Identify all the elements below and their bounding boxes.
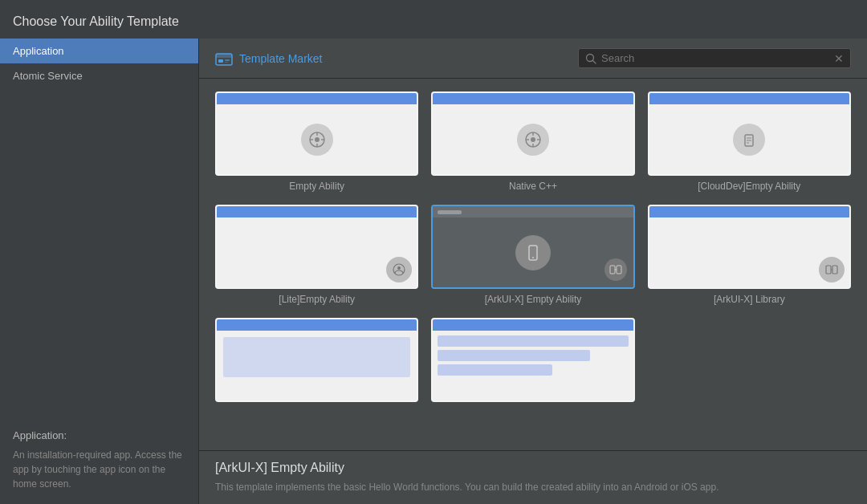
selected-ability-title: [ArkUI-X] Empty Ability <box>215 461 851 475</box>
svg-point-26 <box>532 257 534 258</box>
sidebar-description: Application: An installation-required ap… <box>0 415 198 505</box>
svg-rect-4 <box>225 62 228 63</box>
search-input[interactable] <box>601 52 829 64</box>
template-thumb-clouddev-empty <box>648 91 851 176</box>
template-label-arkuix-library: [ArkUI-X] Library <box>714 294 785 305</box>
svg-point-14 <box>531 137 535 142</box>
search-clear-button[interactable]: ✕ <box>834 53 844 64</box>
content-area: Template Market ✕ <box>199 39 867 504</box>
template-card-empty-ability[interactable]: Empty Ability <box>215 91 418 192</box>
template-card-clouddev-empty[interactable]: [CloudDev]Empty Ability <box>648 91 851 192</box>
search-icon <box>585 53 596 64</box>
template-card-native-cpp[interactable]: Native C++ <box>431 91 634 192</box>
template-card-arkuix-library[interactable]: [ArkUI-X] Library <box>648 205 851 305</box>
svg-rect-1 <box>216 54 232 58</box>
sidebar-desc-title: Application: <box>13 428 185 444</box>
svg-point-8 <box>315 137 320 142</box>
svg-rect-2 <box>218 59 223 63</box>
description-section: [ArkUI-X] Empty Ability This template im… <box>199 450 867 504</box>
template-market-text: Template Market <box>239 52 322 65</box>
template-grid: Empty Ability <box>215 91 851 407</box>
template-card-bottom-2[interactable] <box>431 318 634 407</box>
template-label-arkuix-empty: [ArkUI-X] Empty Ability <box>485 294 582 305</box>
svg-point-24 <box>397 266 401 270</box>
template-thumb-arkuix-empty <box>431 205 634 289</box>
svg-line-6 <box>593 60 596 63</box>
search-box[interactable]: ✕ <box>578 48 851 68</box>
template-card-bottom-1[interactable] <box>215 318 418 407</box>
template-label-empty-ability: Empty Ability <box>289 181 344 192</box>
template-label-lite-empty: [Lite]Empty Ability <box>279 294 355 305</box>
template-market-label: Template Market <box>215 51 322 66</box>
svg-rect-30 <box>826 266 831 274</box>
template-thumb-arkuix-library <box>648 205 851 289</box>
template-label-clouddev-empty: [CloudDev]Empty Ability <box>698 181 800 192</box>
template-thumb-bottom-2 <box>431 318 634 402</box>
selected-ability-description: This template implements the basic Hello… <box>215 480 851 494</box>
svg-rect-28 <box>617 266 621 274</box>
market-icon <box>215 51 233 66</box>
sidebar-item-atomic-service[interactable]: Atomic Service <box>0 63 198 88</box>
template-thumb-empty-ability <box>215 91 418 176</box>
main-layout: Application Atomic Service Application: … <box>0 39 867 504</box>
svg-rect-3 <box>225 59 230 61</box>
content-header: Template Market ✕ <box>199 39 867 79</box>
sidebar-item-application[interactable]: Application <box>0 39 198 63</box>
svg-rect-27 <box>610 266 615 274</box>
template-card-arkuix-empty[interactable]: [ArkUI-X] Empty Ability <box>431 205 634 305</box>
template-grid-container[interactable]: Empty Ability <box>199 79 867 450</box>
sidebar: Application Atomic Service Application: … <box>0 39 199 504</box>
template-card-lite-empty[interactable]: [Lite]Empty Ability <box>215 205 418 305</box>
svg-rect-31 <box>832 266 837 274</box>
template-thumb-lite-empty <box>215 205 418 289</box>
template-thumb-native-cpp <box>431 91 634 176</box>
sidebar-desc-text: An installation-required app. Access the… <box>13 448 185 491</box>
page-title: Choose Your Ability Template <box>0 0 867 39</box>
template-thumb-bottom-1 <box>215 318 418 402</box>
template-label-native-cpp: Native C++ <box>509 181 557 192</box>
